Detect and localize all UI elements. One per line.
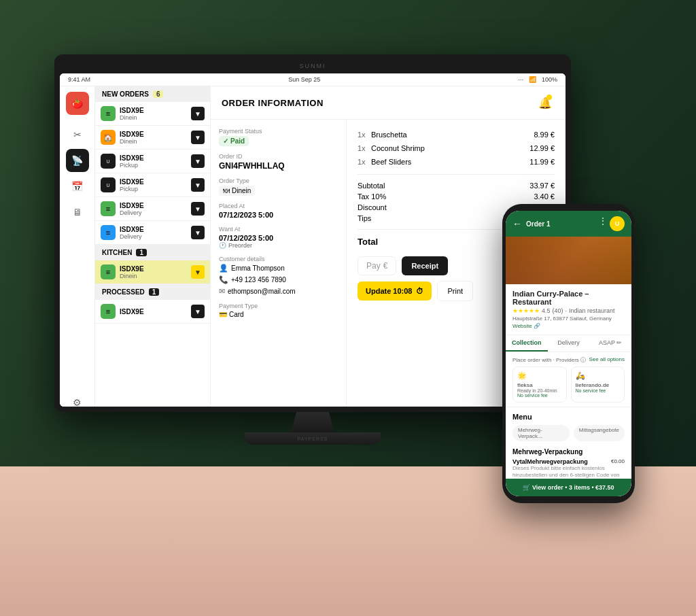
bell-icon[interactable]: 🔔: [536, 93, 555, 112]
name-1: Bruschetta: [371, 131, 534, 139]
section-processed: PROCESSED 1: [95, 284, 210, 300]
subtotal-label: Subtotal: [358, 182, 385, 190]
order-id: ISDX9E: [120, 154, 187, 162]
order-id-label: Order ID: [219, 153, 338, 160]
provider-fleksa[interactable]: 🌟 fleksa Ready in 20-40min No service fe…: [512, 366, 567, 403]
placed-at-label: Placed At: [219, 203, 338, 209]
divider-1: [358, 174, 555, 175]
order-item[interactable]: U ISDX9E Pickup ▼: [95, 150, 210, 173]
status-date: Sun Sep 25: [288, 76, 320, 83]
sidebar-icon-display[interactable]: 🖥: [66, 201, 89, 224]
phone-screen: ← Order 1 ⋮ U Indian Curry-Palace – Rest…: [506, 211, 631, 496]
monitor-stand-base: PAYPERSS: [245, 432, 381, 445]
payment-type-value: 💳 Card: [219, 311, 338, 318]
order-details: Payment Status ✓ Paid Order ID GNI4FWHHL…: [211, 120, 347, 407]
order-item[interactable]: ≡ ISDX9E Dinein ▼: [95, 102, 210, 126]
section-kitchen: KITCHEN 1: [95, 245, 210, 260]
status-wifi: 📶: [529, 76, 536, 83]
dinein-text: Dinein: [232, 187, 251, 194]
clock-icon: 🕐: [219, 242, 226, 249]
monitor-wrapper: SUNMI 9:41 AM Sun Sep 25 ··· 📶 100% 🍅 ✂ …: [54, 54, 571, 445]
order-icon-green2: ≡: [101, 201, 116, 216]
placed-at-section: Placed At 07/12/2023 5:00: [219, 203, 338, 219]
sidebar-icon-scissors[interactable]: ✂: [66, 123, 89, 146]
monitor-status-bar: 9:41 AM Sun Sep 25 ··· 📶 100%: [60, 73, 566, 86]
see-all-options[interactable]: See all options: [589, 356, 625, 364]
name-3: Beef Sliders: [371, 158, 529, 166]
category-separator: ·: [566, 307, 568, 314]
stand-base-text: PAYPERSS: [298, 437, 328, 441]
fleksa-fee: No service fee: [517, 393, 562, 398]
customer-phone-row: 📞 +49 123 456 7890: [219, 275, 338, 284]
tab-delivery[interactable]: Delivery: [548, 335, 590, 352]
provider-lieferando[interactable]: 🛵 lieferando.de No service fee: [571, 366, 625, 403]
monitor-screen: 9:41 AM Sun Sep 25 ··· 📶 100% 🍅 ✂ 📡 📅 🖥: [60, 73, 566, 407]
menu-title: Menu: [512, 413, 625, 421]
order-arrow[interactable]: ▼: [191, 107, 205, 120]
restaurant-name: Indian Curry-Palace – Restaurant: [512, 290, 625, 306]
order-arrow[interactable]: ▼: [191, 202, 205, 216]
order-item[interactable]: ≡ ISDX9E Delivery ▼: [95, 197, 210, 221]
website-link[interactable]: Website 🔗: [512, 323, 625, 329]
category-label: Indian restaurant: [569, 307, 615, 314]
order-info-processed: ISDX9E: [120, 308, 187, 315]
phone-icon: 📞: [219, 275, 228, 284]
lieferando-logo: 🛵: [576, 371, 621, 380]
order-id-processed: ISDX9E: [120, 308, 187, 315]
qty-1: 1x: [358, 131, 371, 139]
order-arrow[interactable]: ▼: [191, 178, 205, 192]
order-type: Pickup: [120, 186, 187, 192]
sidebar-icon-wifi[interactable]: 📡: [66, 149, 89, 172]
receipt-button[interactable]: Receipt: [402, 256, 448, 275]
order-id: ISDX9E: [120, 178, 187, 186]
order-arrow[interactable]: ▼: [191, 154, 205, 168]
discount-label: Discount: [358, 203, 387, 211]
tab-asap[interactable]: ASAP ✏: [589, 335, 631, 352]
tab-collection[interactable]: Collection: [506, 335, 548, 352]
order-arrow[interactable]: ▼: [191, 226, 205, 239]
phone-share-icon[interactable]: ⋮: [599, 216, 607, 231]
section-new-orders-label: NEW ORDERS: [102, 90, 149, 98]
order-id: ISDX9E: [120, 226, 187, 233]
vytal-price: €0.00: [611, 458, 625, 465]
order-item[interactable]: 🏠 ISDX9E Dinein ▼: [95, 126, 210, 150]
menu-category-tabs: Mehrweg-Verpack... Mittagsangebote: [512, 425, 625, 441]
phone-icons: ⋮ U: [599, 216, 625, 231]
cat-tab-1[interactable]: Mehrweg-Verpack...: [512, 425, 570, 441]
order-arrow-kitchen[interactable]: ▼: [191, 265, 205, 279]
euro-icon: €: [383, 261, 388, 271]
order-icon-uber2: U: [101, 177, 116, 192]
order-item-active[interactable]: ≡ ISDX9E Dinein ▼: [95, 260, 210, 284]
order-item-processed[interactable]: ≡ ISDX9E ▼: [95, 300, 210, 324]
card-icon: 💳: [219, 311, 227, 318]
update-button[interactable]: Update 10:08 ⏱: [358, 281, 432, 301]
order-id-kitchen: ISDX9E: [120, 265, 187, 273]
dinein-badge: 🍽 Dinein: [219, 186, 255, 196]
print-button[interactable]: Print: [437, 281, 473, 301]
cat-tab-2[interactable]: Mittagsangebote: [574, 425, 625, 441]
customer-name-row: 👤 Emma Thompson: [219, 264, 338, 273]
order-item[interactable]: ≡ ISDX9E Delivery ▼: [95, 221, 210, 245]
paid-badge: ✓ Paid: [219, 136, 249, 146]
order-arrow[interactable]: ▼: [191, 131, 205, 144]
phone-top-bar: ← Order 1 ⋮ U: [506, 211, 631, 237]
order-arrow-processed[interactable]: ▼: [191, 305, 205, 318]
order-id-value: GNI4FWHHLLAQ: [219, 161, 338, 171]
status-dots: ···: [518, 76, 523, 83]
restaurant-address: Hauptstraße 17, 63877 Sailauf, Germany: [512, 315, 625, 322]
tax-row: Tax 10% 3.40 €: [358, 191, 555, 202]
cart-btn-text: View order • 3 items • €37.50: [532, 484, 614, 491]
main-header: ORDER INFORMATION 🔔: [211, 86, 566, 120]
phone-back-button[interactable]: ←: [512, 218, 522, 229]
order-item[interactable]: U ISDX9E Pickup ▼: [95, 173, 210, 197]
sidebar-icon-settings[interactable]: ⚙: [66, 391, 89, 407]
order-type: Dinein: [120, 114, 187, 121]
subtotal-value: 33.97 €: [529, 182, 555, 190]
order-info: ISDX9E Dinein: [120, 107, 187, 121]
cart-button[interactable]: 🛒 View order • 3 items • €37.50: [506, 479, 631, 496]
sidebar-icon-calendar[interactable]: 📅: [66, 175, 89, 198]
person-icon: 👤: [219, 264, 228, 273]
bell-dot: [546, 95, 552, 100]
monitor-frame: SUNMI 9:41 AM Sun Sep 25 ··· 📶 100% 🍅 ✂ …: [54, 54, 571, 412]
rating-count: (40): [553, 307, 563, 314]
